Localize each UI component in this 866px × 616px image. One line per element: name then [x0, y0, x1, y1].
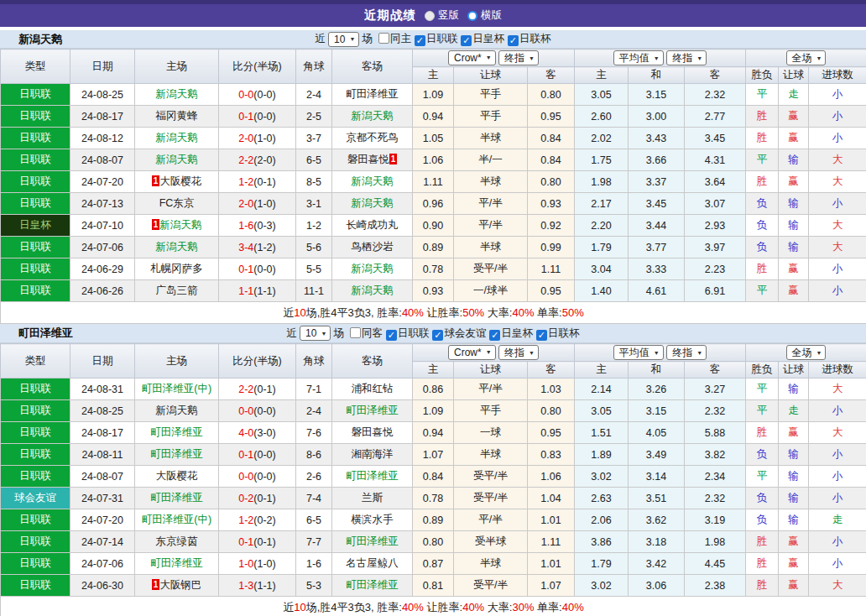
match-row: 球会友谊24-07-31町田泽维亚0-2(0-1)7-4兰斯0.78受平/半1.…: [1, 488, 866, 509]
odds-source-group: Crow*▼ 终指▼: [413, 50, 575, 67]
type-cell: 球会友谊: [1, 488, 70, 509]
team-name: 鸟栖沙岩: [352, 241, 394, 253]
result-cell: 赢: [779, 171, 809, 193]
home-team-cell: 新潟天鹅: [135, 128, 219, 149]
average-select[interactable]: 平均值▼: [613, 50, 664, 65]
crow-odds-cell: 0.80: [528, 171, 575, 193]
result-value: 赢: [788, 132, 799, 144]
odds-stage-select[interactable]: 终指▼: [498, 345, 539, 360]
horizontal-radio[interactable]: [467, 11, 477, 21]
type-cell: 日职联: [1, 509, 70, 531]
same-venue-label: 同主: [390, 33, 411, 44]
crow-odds-cell: 平手: [454, 400, 528, 422]
halftime-score: (0-1): [253, 176, 275, 188]
odds-stage-select[interactable]: 终指▼: [498, 50, 539, 65]
crow-odds-cell: 0.94: [413, 106, 454, 128]
result-cell: 小: [809, 258, 866, 280]
home-team-cell: 新潟天鹅: [135, 149, 219, 171]
match-count-select[interactable]: 10▼: [300, 326, 331, 341]
away-team-cell: 町田泽维亚: [332, 531, 413, 553]
home-team-cell: 新潟天鹅: [135, 237, 219, 258]
summary-segment: 场,胜4平3负3, 胜率:: [306, 306, 402, 319]
score-cell: 2-2(0-1): [219, 378, 296, 400]
summary-segment: 40%: [562, 601, 584, 613]
average-select[interactable]: 平均值▼: [613, 345, 664, 360]
team-name: 町田泽维亚: [346, 405, 399, 416]
league-1-checkbox[interactable]: ✓: [432, 330, 443, 341]
league-2-checkbox[interactable]: ✓: [508, 35, 519, 46]
avg-odds-cell: 2.20: [575, 215, 629, 237]
red-card-badge: 1: [152, 219, 160, 230]
team-name: 大阪钢巴: [159, 579, 201, 591]
average-stage-select[interactable]: 终指▼: [666, 50, 707, 65]
checkbox-group: 同主✓日职联✓日皇杯✓日联杯: [375, 32, 551, 46]
col-away: 客场: [332, 344, 413, 378]
fulltime-select[interactable]: 全场▼: [786, 345, 827, 360]
date-cell: 24-07-10: [70, 215, 135, 237]
result-cell: 小: [809, 280, 866, 302]
same-venue-checkbox[interactable]: [378, 33, 389, 44]
match-count-select[interactable]: 10▼: [328, 32, 359, 47]
team-name: 新潟天鹅: [352, 285, 394, 296]
avg-odds-cell: 2.32: [685, 488, 746, 509]
average-odds-group: 平均值▼ 终指▼: [575, 344, 746, 362]
summary-segment: 40%: [402, 601, 424, 613]
result-cell: 平: [746, 280, 779, 302]
team-name: 町田泽维亚(中): [142, 514, 211, 525]
games-label: 场: [333, 326, 344, 341]
result-value: 小: [832, 535, 843, 547]
corner-cell: 2-4: [296, 400, 332, 422]
away-team-cell: 兰斯: [332, 488, 413, 509]
result-value: 小: [832, 285, 843, 296]
match-row: 日职联24-08-11町田泽维亚0-1(0-0)8-6湘南海洋1.07半球0.8…: [1, 444, 866, 466]
result-value: 赢: [788, 110, 799, 122]
average-stage-select[interactable]: 终指▼: [666, 345, 707, 360]
fulltime-score: 1-6: [238, 220, 253, 232]
crow-odds-cell: 0.86: [413, 378, 454, 400]
result-cell: 赢: [779, 258, 809, 280]
result-value: 大: [832, 241, 843, 253]
result-value: 胜: [757, 132, 768, 144]
type-cell: 日职联: [1, 149, 70, 171]
league-3-checkbox[interactable]: ✓: [536, 330, 547, 341]
avg-odds-cell: 1.40: [575, 280, 629, 302]
league-2-checkbox[interactable]: ✓: [489, 330, 500, 341]
fulltime-select[interactable]: 全场▼: [786, 50, 827, 65]
avg-odds-cell: 2.32: [685, 84, 746, 106]
home-team-cell: 町田泽维亚: [135, 488, 219, 509]
layout-radio-vertical-group: 竖版: [425, 8, 459, 23]
result-value: 输: [788, 154, 799, 165]
avg-odds-cell: 3.00: [629, 106, 685, 128]
corner-cell: 7-4: [296, 488, 332, 509]
avg-odds-cell: 3.51: [629, 488, 685, 509]
vertical-radio[interactable]: [425, 11, 435, 21]
odds-source-select[interactable]: Crow*▼: [448, 50, 496, 65]
col-avg-home: 主: [575, 67, 629, 84]
avg-odds-cell: 1.75: [575, 149, 629, 171]
date-cell: 24-07-06: [70, 553, 135, 575]
result-value: 小: [832, 132, 843, 144]
result-cell: 走: [779, 400, 809, 422]
date-cell: 24-08-07: [70, 466, 135, 488]
league-1-checkbox[interactable]: ✓: [461, 35, 472, 46]
col-avg-away: 客: [685, 362, 746, 378]
col-score: 比分(半场): [219, 50, 296, 84]
league-0-checkbox[interactable]: ✓: [386, 330, 397, 341]
team-name: 新潟天鹅: [352, 175, 394, 187]
summary-segment: 让胜率:: [424, 306, 462, 319]
same-venue-checkbox[interactable]: [350, 327, 361, 338]
fulltime-score: 0-0: [238, 89, 253, 101]
result-cell: 小: [809, 488, 866, 509]
col-date: 日期: [70, 344, 135, 378]
league-0-checkbox[interactable]: ✓: [415, 35, 425, 46]
result-value: 赢: [788, 557, 799, 569]
team-name: 新潟天鹅: [18, 32, 62, 47]
avg-odds-cell: 3.26: [629, 378, 685, 400]
result-value: 小: [832, 448, 843, 460]
avg-odds-cell: 3.97: [685, 237, 746, 258]
result-value: 小: [832, 492, 843, 504]
competition-tag: 日职联: [1, 422, 70, 443]
result-value: 负: [757, 197, 768, 209]
odds-source-select[interactable]: Crow*▼: [448, 345, 496, 360]
avg-odds-cell: 2.60: [575, 106, 629, 128]
